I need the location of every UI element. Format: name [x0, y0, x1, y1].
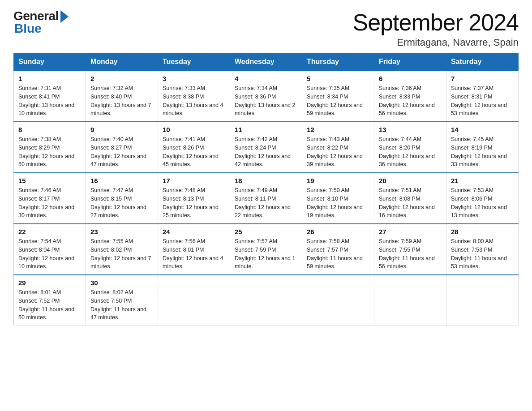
day-info: Sunrise: 7:36 AMSunset: 8:33 PMDaylight:…	[379, 85, 435, 116]
day-info: Sunrise: 7:45 AMSunset: 8:19 PMDaylight:…	[451, 136, 507, 167]
col-header-saturday: Saturday	[446, 53, 518, 71]
day-info: Sunrise: 7:33 AMSunset: 8:38 PMDaylight:…	[163, 85, 223, 116]
day-info: Sunrise: 7:38 AMSunset: 8:29 PMDaylight:…	[18, 136, 74, 167]
day-number: 9	[90, 126, 153, 133]
day-info: Sunrise: 8:00 AMSunset: 7:53 PMDaylight:…	[451, 238, 507, 270]
calendar-cell: 19 Sunrise: 7:50 AMSunset: 8:10 PMDaylig…	[302, 173, 374, 224]
calendar-cell	[230, 275, 302, 326]
day-number: 7	[451, 75, 514, 82]
calendar-cell	[158, 275, 230, 326]
day-number: 3	[163, 75, 225, 82]
day-info: Sunrise: 7:46 AMSunset: 8:17 PMDaylight:…	[18, 187, 74, 218]
day-number: 5	[307, 75, 369, 82]
calendar-cell: 6 Sunrise: 7:36 AMSunset: 8:33 PMDayligh…	[374, 71, 446, 122]
day-number: 29	[18, 279, 81, 287]
day-number: 10	[163, 126, 225, 133]
day-info: Sunrise: 7:32 AMSunset: 8:40 PMDaylight:…	[90, 85, 151, 116]
day-info: Sunrise: 7:51 AMSunset: 8:08 PMDaylight:…	[379, 187, 435, 218]
calendar-cell: 18 Sunrise: 7:49 AMSunset: 8:11 PMDaylig…	[230, 173, 302, 224]
day-info: Sunrise: 7:48 AMSunset: 8:13 PMDaylight:…	[163, 187, 219, 218]
calendar-cell: 15 Sunrise: 7:46 AMSunset: 8:17 PMDaylig…	[14, 173, 86, 224]
col-header-thursday: Thursday	[302, 53, 374, 71]
day-number: 26	[307, 228, 369, 235]
day-number: 16	[90, 177, 153, 184]
calendar-cell: 25 Sunrise: 7:57 AMSunset: 7:59 PMDaylig…	[230, 224, 302, 275]
day-number: 1	[18, 75, 81, 82]
calendar-cell: 26 Sunrise: 7:58 AMSunset: 7:57 PMDaylig…	[302, 224, 374, 275]
calendar-cell: 13 Sunrise: 7:44 AMSunset: 8:20 PMDaylig…	[374, 122, 446, 173]
page-header: General Blue September 2024 Ermitagana, …	[13, 9, 519, 48]
calendar-cell: 7 Sunrise: 7:37 AMSunset: 8:31 PMDayligh…	[446, 71, 518, 122]
day-info: Sunrise: 7:58 AMSunset: 7:57 PMDaylight:…	[307, 238, 363, 270]
day-info: Sunrise: 7:55 AMSunset: 8:02 PMDaylight:…	[90, 238, 151, 270]
title-block: September 2024 Ermitagana, Navarre, Spai…	[353, 9, 519, 48]
calendar-cell: 3 Sunrise: 7:33 AMSunset: 8:38 PMDayligh…	[158, 71, 230, 122]
calendar-cell: 28 Sunrise: 8:00 AMSunset: 7:53 PMDaylig…	[446, 224, 518, 275]
calendar-cell: 4 Sunrise: 7:34 AMSunset: 8:36 PMDayligh…	[230, 71, 302, 122]
day-info: Sunrise: 7:56 AMSunset: 8:01 PMDaylight:…	[163, 238, 223, 270]
day-info: Sunrise: 7:49 AMSunset: 8:11 PMDaylight:…	[235, 187, 291, 218]
logo-blue-text: Blue	[14, 21, 42, 36]
col-header-friday: Friday	[374, 53, 446, 71]
calendar-cell: 16 Sunrise: 7:47 AMSunset: 8:15 PMDaylig…	[86, 173, 158, 224]
day-number: 19	[307, 177, 369, 184]
day-number: 18	[235, 177, 297, 184]
day-number: 22	[18, 228, 81, 235]
calendar-cell: 17 Sunrise: 7:48 AMSunset: 8:13 PMDaylig…	[158, 173, 230, 224]
day-number: 14	[451, 126, 514, 133]
calendar-cell: 27 Sunrise: 7:59 AMSunset: 7:55 PMDaylig…	[374, 224, 446, 275]
calendar-title: September 2024	[353, 9, 519, 36]
day-info: Sunrise: 8:01 AMSunset: 7:52 PMDaylight:…	[18, 289, 74, 321]
day-number: 6	[379, 75, 442, 82]
calendar-cell: 30 Sunrise: 8:02 AMSunset: 7:50 PMDaylig…	[86, 275, 158, 326]
day-number: 13	[379, 126, 442, 133]
calendar-cell: 8 Sunrise: 7:38 AMSunset: 8:29 PMDayligh…	[14, 122, 86, 173]
day-info: Sunrise: 7:57 AMSunset: 7:59 PMDaylight:…	[235, 238, 296, 270]
logo-arrow-icon	[60, 10, 69, 23]
day-number: 20	[379, 177, 442, 184]
calendar-cell: 21 Sunrise: 7:53 AMSunset: 8:06 PMDaylig…	[446, 173, 518, 224]
calendar-cell	[302, 275, 374, 326]
day-number: 11	[235, 126, 297, 133]
day-number: 21	[451, 177, 514, 184]
calendar-cell: 11 Sunrise: 7:42 AMSunset: 8:24 PMDaylig…	[230, 122, 302, 173]
day-info: Sunrise: 7:42 AMSunset: 8:24 PMDaylight:…	[235, 136, 291, 167]
day-info: Sunrise: 7:47 AMSunset: 8:15 PMDaylight:…	[90, 187, 146, 218]
day-info: Sunrise: 7:37 AMSunset: 8:31 PMDaylight:…	[451, 85, 507, 116]
day-info: Sunrise: 7:59 AMSunset: 7:55 PMDaylight:…	[379, 238, 435, 270]
col-header-monday: Monday	[86, 53, 158, 71]
calendar-cell: 5 Sunrise: 7:35 AMSunset: 8:34 PMDayligh…	[302, 71, 374, 122]
day-info: Sunrise: 7:35 AMSunset: 8:34 PMDaylight:…	[307, 85, 363, 116]
col-header-wednesday: Wednesday	[230, 53, 302, 71]
calendar-cell	[374, 275, 446, 326]
calendar-cell: 29 Sunrise: 8:01 AMSunset: 7:52 PMDaylig…	[14, 275, 86, 326]
calendar-cell: 2 Sunrise: 7:32 AMSunset: 8:40 PMDayligh…	[86, 71, 158, 122]
calendar-cell: 14 Sunrise: 7:45 AMSunset: 8:19 PMDaylig…	[446, 122, 518, 173]
day-number: 30	[90, 279, 153, 287]
day-info: Sunrise: 7:34 AMSunset: 8:36 PMDaylight:…	[235, 85, 296, 116]
calendar-table: SundayMondayTuesdayWednesdayThursdayFrid…	[13, 53, 519, 326]
col-header-sunday: Sunday	[14, 53, 86, 71]
day-number: 4	[235, 75, 297, 82]
day-number: 17	[163, 177, 225, 184]
calendar-cell: 1 Sunrise: 7:31 AMSunset: 8:41 PMDayligh…	[14, 71, 86, 122]
logo: General Blue	[13, 9, 69, 36]
day-info: Sunrise: 7:44 AMSunset: 8:20 PMDaylight:…	[379, 136, 435, 167]
day-info: Sunrise: 7:41 AMSunset: 8:26 PMDaylight:…	[163, 136, 219, 167]
day-info: Sunrise: 7:54 AMSunset: 8:04 PMDaylight:…	[18, 238, 74, 270]
day-number: 25	[235, 228, 297, 235]
col-header-tuesday: Tuesday	[158, 53, 230, 71]
day-info: Sunrise: 7:31 AMSunset: 8:41 PMDaylight:…	[18, 85, 74, 116]
calendar-cell: 20 Sunrise: 7:51 AMSunset: 8:08 PMDaylig…	[374, 173, 446, 224]
day-info: Sunrise: 8:02 AMSunset: 7:50 PMDaylight:…	[90, 289, 146, 321]
day-info: Sunrise: 7:40 AMSunset: 8:27 PMDaylight:…	[90, 136, 146, 167]
day-number: 24	[163, 228, 225, 235]
calendar-cell: 10 Sunrise: 7:41 AMSunset: 8:26 PMDaylig…	[158, 122, 230, 173]
day-number: 23	[90, 228, 153, 235]
calendar-cell: 9 Sunrise: 7:40 AMSunset: 8:27 PMDayligh…	[86, 122, 158, 173]
calendar-cell	[446, 275, 518, 326]
day-number: 28	[451, 228, 514, 235]
calendar-cell: 23 Sunrise: 7:55 AMSunset: 8:02 PMDaylig…	[86, 224, 158, 275]
calendar-cell: 22 Sunrise: 7:54 AMSunset: 8:04 PMDaylig…	[14, 224, 86, 275]
calendar-cell: 24 Sunrise: 7:56 AMSunset: 8:01 PMDaylig…	[158, 224, 230, 275]
